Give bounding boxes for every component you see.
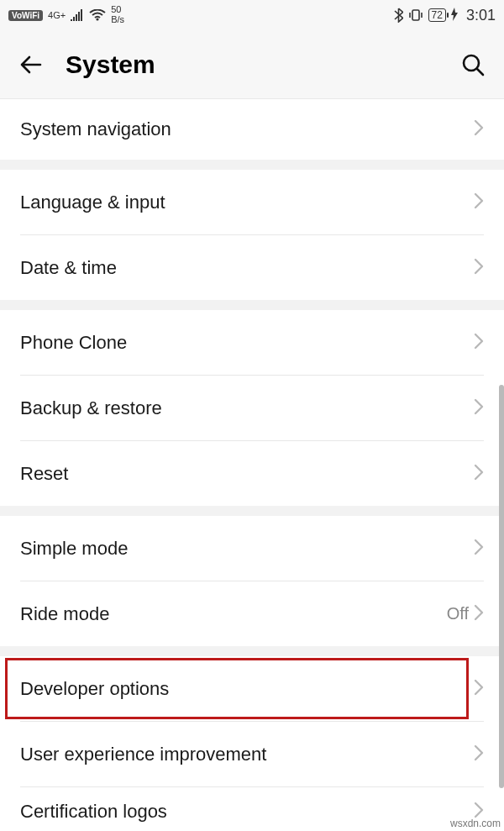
chevron-right-icon bbox=[474, 258, 484, 278]
vibrate-icon bbox=[408, 8, 423, 22]
row-label: Certification logos bbox=[20, 801, 474, 823]
back-arrow-icon bbox=[18, 52, 44, 77]
row-label: Phone Clone bbox=[20, 332, 474, 354]
chevron-right-icon bbox=[474, 333, 484, 353]
settings-row-simple-mode[interactable]: Simple mode bbox=[0, 516, 504, 581]
settings-row-user-experience-improvement[interactable]: User experience improvement bbox=[0, 722, 504, 786]
row-label: Developer options bbox=[20, 678, 474, 700]
settings-group: Phone CloneBackup & restoreReset bbox=[0, 310, 504, 506]
row-label: Simple mode bbox=[20, 538, 474, 560]
row-label: Date & time bbox=[20, 257, 474, 279]
signal-icon bbox=[71, 9, 84, 21]
status-left: VoWiFi 4G+ 50 B/s bbox=[8, 5, 124, 24]
back-button[interactable] bbox=[17, 50, 45, 79]
row-value: Off bbox=[447, 604, 469, 623]
row-label: System navigation bbox=[20, 118, 474, 140]
chevron-right-icon bbox=[474, 464, 484, 484]
settings-row-system-navigation[interactable]: System navigation bbox=[0, 99, 504, 160]
chevron-right-icon bbox=[474, 604, 484, 624]
svg-rect-1 bbox=[412, 10, 419, 20]
chevron-right-icon bbox=[474, 398, 484, 418]
svg-point-0 bbox=[97, 18, 99, 20]
row-label: Ride mode bbox=[20, 603, 447, 625]
chevron-right-icon bbox=[474, 679, 484, 699]
battery-percent: 72 bbox=[432, 9, 443, 21]
battery-indicator: 72 bbox=[428, 8, 446, 22]
search-button[interactable] bbox=[459, 50, 487, 79]
chevron-right-icon bbox=[474, 192, 484, 213]
settings-list: System navigationLanguage & inputDate & … bbox=[0, 99, 504, 831]
settings-group: System navigation bbox=[0, 99, 504, 160]
settings-group: Language & inputDate & time bbox=[0, 170, 504, 300]
settings-group: Simple modeRide modeOff bbox=[0, 516, 504, 646]
chevron-right-icon bbox=[474, 539, 484, 559]
settings-row-backup-restore[interactable]: Backup & restore bbox=[0, 376, 504, 440]
settings-row-developer-options[interactable]: Developer options bbox=[0, 656, 504, 721]
status-right: 72 3:01 bbox=[394, 7, 496, 24]
network-gen-label: 4G+ bbox=[48, 11, 66, 20]
data-rate-unit: B/s bbox=[111, 15, 124, 25]
row-label: Reset bbox=[20, 463, 474, 485]
charging-icon bbox=[451, 8, 458, 24]
settings-row-date-time[interactable]: Date & time bbox=[0, 235, 504, 300]
vowifi-badge: VoWiFi bbox=[8, 10, 43, 21]
settings-row-ride-mode[interactable]: Ride modeOff bbox=[0, 581, 504, 646]
settings-row-language-input[interactable]: Language & input bbox=[0, 170, 504, 234]
chevron-right-icon bbox=[474, 744, 484, 765]
app-bar: System bbox=[0, 30, 504, 99]
row-label: Language & input bbox=[20, 192, 474, 213]
row-label: Backup & restore bbox=[20, 397, 474, 419]
bluetooth-icon bbox=[394, 8, 403, 23]
page-title: System bbox=[66, 50, 438, 79]
watermark: wsxdn.com bbox=[450, 818, 501, 829]
clock: 3:01 bbox=[466, 7, 496, 24]
settings-row-certification-logos[interactable]: Certification logos bbox=[0, 787, 504, 831]
wifi-icon bbox=[89, 9, 106, 21]
row-label: User experience improvement bbox=[20, 744, 474, 765]
settings-row-phone-clone[interactable]: Phone Clone bbox=[0, 310, 504, 375]
chevron-right-icon bbox=[474, 119, 484, 139]
search-icon bbox=[460, 52, 486, 77]
data-rate: 50 B/s bbox=[111, 5, 124, 24]
settings-group: Developer optionsUser experience improve… bbox=[0, 656, 504, 831]
status-bar: VoWiFi 4G+ 50 B/s 72 3:01 bbox=[0, 0, 504, 30]
settings-row-reset[interactable]: Reset bbox=[0, 441, 504, 506]
